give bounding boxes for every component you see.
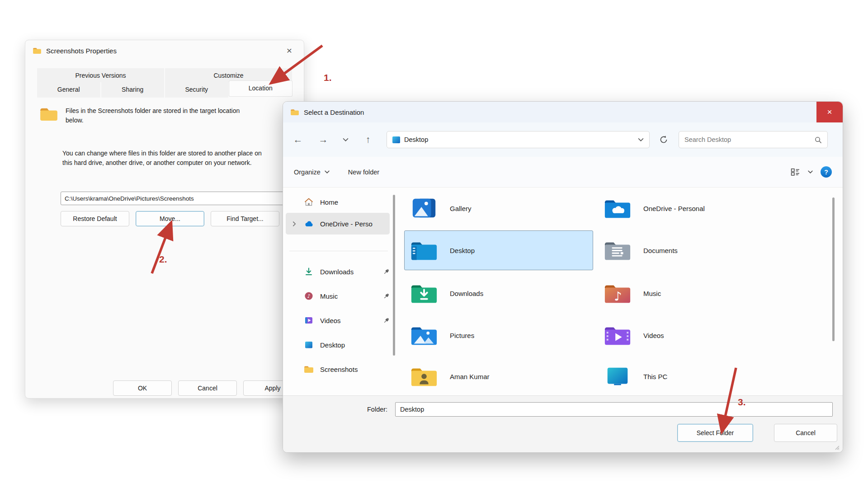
chevron-down-icon — [324, 170, 330, 174]
folder-icon — [290, 108, 299, 116]
search-icon — [814, 136, 822, 144]
file-item-this-pc[interactable]: This PC — [598, 357, 787, 396]
refresh-icon — [659, 135, 668, 144]
ok-button[interactable]: OK — [113, 380, 172, 396]
sidebar-item-desktop[interactable]: Desktop — [286, 334, 390, 356]
file-item-downloads[interactable]: Downloads — [404, 273, 593, 313]
sidebar-item-onedrive[interactable]: OneDrive - Perso — [286, 213, 390, 235]
resize-grip[interactable] — [834, 445, 840, 450]
step-1-arrow — [260, 43, 328, 93]
step-1-label: 1. — [324, 72, 332, 83]
desktop-icon — [392, 136, 400, 143]
home-icon — [304, 197, 314, 207]
tab-security[interactable]: Security — [165, 82, 228, 98]
file-item-desktop[interactable]: Desktop — [404, 230, 593, 270]
view-options-icon[interactable] — [791, 168, 800, 176]
file-list-scrollbar[interactable] — [832, 197, 835, 341]
intro-text: Files in the Screenshots folder are stor… — [66, 106, 249, 125]
documents-folder-icon — [604, 239, 632, 262]
sidebar-item-home[interactable]: Home — [286, 191, 390, 213]
music-icon: ♪ — [304, 291, 314, 301]
search-box[interactable] — [679, 131, 828, 148]
file-item-onedrive-personal[interactable]: OneDrive - Personal — [598, 188, 787, 228]
tab-sharing[interactable]: Sharing — [101, 82, 165, 98]
find-target-button[interactable]: Find Target... — [211, 211, 279, 226]
file-item-documents[interactable]: Documents — [598, 230, 787, 270]
sidebar-item-label: OneDrive - Perso — [320, 220, 373, 228]
file-item-label: Downloads — [450, 290, 483, 297]
file-item-gallery[interactable]: Gallery — [404, 188, 593, 228]
desktop-folder-icon — [410, 239, 438, 262]
sidebar-item-videos[interactable]: Videos — [286, 310, 390, 331]
organize-button[interactable]: Organize — [294, 169, 330, 176]
file-item-label: This PC — [643, 373, 667, 380]
forward-button[interactable]: → — [317, 134, 329, 145]
up-button[interactable]: ↑ — [362, 134, 374, 145]
folder-name-input[interactable] — [395, 402, 833, 417]
file-item-label: Documents — [643, 247, 678, 254]
file-item-music[interactable]: ♪ Music — [598, 273, 787, 313]
new-folder-button[interactable]: New folder — [348, 169, 379, 176]
organize-label: Organize — [294, 169, 321, 176]
file-item-aman-kumar[interactable]: Aman Kumar — [404, 357, 593, 396]
tab-general[interactable]: General — [37, 82, 100, 98]
cancel-button[interactable]: Cancel — [774, 424, 837, 442]
file-item-label: OneDrive - Personal — [643, 205, 705, 212]
refresh-button[interactable] — [656, 132, 671, 147]
target-path-input[interactable] — [61, 192, 293, 205]
file-dialog-footer: Folder: Select Folder Cancel — [283, 395, 843, 452]
restore-default-button[interactable]: Restore Default — [61, 211, 129, 226]
file-item-videos[interactable]: Videos — [598, 315, 787, 355]
properties-footer: OK Cancel Apply — [25, 380, 304, 399]
address-dropdown-chevron-icon[interactable] — [638, 138, 644, 142]
folder-icon — [39, 106, 58, 122]
desktop-icon — [304, 340, 314, 350]
command-toolbar: Organize New folder ? — [283, 157, 843, 188]
sidebar-item-label: Downloads — [320, 268, 354, 276]
search-input[interactable] — [684, 136, 811, 143]
pictures-folder-icon — [410, 324, 438, 347]
file-item-label: Gallery — [450, 205, 472, 212]
onedrive-cloud-icon — [304, 219, 314, 229]
this-pc-icon — [604, 365, 632, 388]
desktop-background: Screenshots Properties × Previous Versio… — [0, 0, 868, 488]
step-2-label: 2. — [159, 254, 167, 265]
file-dialog-body: Home OneDrive - Perso Downloads ♪ Music — [283, 188, 843, 395]
file-item-label: Videos — [643, 332, 664, 339]
pin-icon — [383, 317, 390, 324]
videos-icon — [304, 315, 314, 325]
tab-strip: Previous Versions Customize General Shar… — [37, 68, 292, 98]
sidebar-scrollbar[interactable] — [393, 195, 395, 356]
file-dialog-titlebar: Select a Destination — [283, 102, 843, 122]
sidebar-item-screenshots[interactable]: Screenshots — [286, 358, 390, 380]
downloads-icon — [304, 267, 314, 277]
back-button[interactable]: ← — [292, 134, 304, 145]
sidebar-item-label: Home — [320, 198, 338, 206]
description-text: You can change where files in this folde… — [62, 149, 266, 168]
sidebar-item-label: Videos — [320, 317, 341, 324]
file-item-label: Pictures — [450, 332, 474, 339]
views-chevron-icon[interactable] — [807, 170, 813, 174]
help-button[interactable]: ? — [821, 166, 832, 178]
file-item-label: Aman Kumar — [450, 373, 490, 380]
navigation-pane: Home OneDrive - Perso Downloads ♪ Music — [283, 188, 397, 395]
new-folder-label: New folder — [348, 169, 379, 176]
expander-chevron-icon[interactable] — [292, 221, 296, 227]
sidebar-separator — [289, 251, 388, 251]
file-item-pictures[interactable]: Pictures — [404, 315, 593, 355]
close-button[interactable]: × — [816, 102, 843, 122]
file-list: Gallery Desktop Downloads Pictures Aman … — [397, 188, 843, 395]
sidebar-item-music[interactable]: ♪ Music — [286, 285, 390, 307]
music-folder-icon: ♪ — [604, 282, 632, 305]
user-folder-icon — [410, 365, 438, 388]
address-bar[interactable]: Desktop — [387, 131, 650, 148]
navigation-bar: ← → ↑ Desktop — [283, 122, 843, 157]
sidebar-item-downloads[interactable]: Downloads — [286, 261, 390, 282]
folder-icon — [33, 47, 42, 54]
recent-locations-chevron-icon[interactable] — [343, 138, 349, 142]
tab-previous-versions[interactable]: Previous Versions — [37, 68, 164, 82]
sidebar-item-label: Screenshots — [320, 366, 358, 373]
cancel-button[interactable]: Cancel — [178, 380, 237, 396]
onedrive-folder-icon — [604, 197, 632, 220]
close-icon: × — [827, 107, 832, 117]
